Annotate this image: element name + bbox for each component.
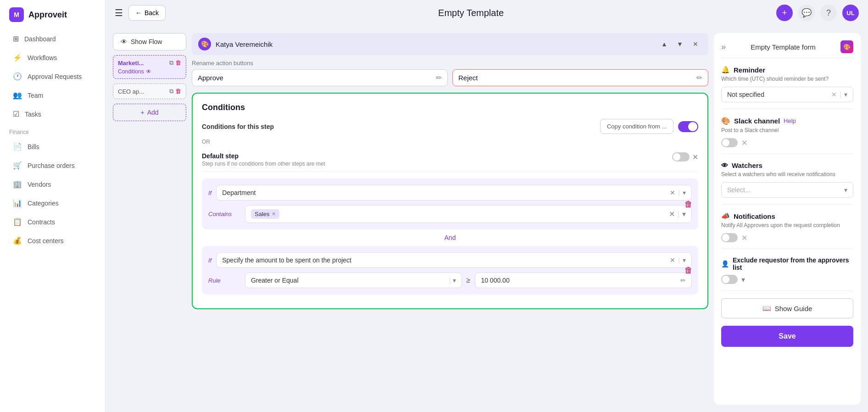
rule-amount[interactable]: 10 000.00 ✏ <box>475 273 692 288</box>
watchers-select[interactable]: Select... ▾ <box>721 182 853 198</box>
default-step: Default step Step runs if no conditions … <box>202 148 698 172</box>
scroll-up-icon[interactable]: ▲ <box>658 38 671 50</box>
condition-field-1[interactable]: Department ✕ | ▾ <box>216 185 692 200</box>
chevron-contains-icon[interactable]: ▾ <box>682 210 686 218</box>
delete-condition-1-button[interactable]: 🗑 <box>684 198 694 210</box>
or-label: OR <box>202 139 698 145</box>
close-icon[interactable]: ✕ <box>689 38 702 50</box>
slack-toggle: ✕ <box>721 138 853 147</box>
template-icon: 🎨 <box>840 40 853 53</box>
sidebar-item-approval-requests[interactable]: 🕐 Approval Requests <box>4 67 101 85</box>
conditions-box: Conditions Conditions for this step Copy… <box>192 93 708 309</box>
slack-toggle-switch[interactable] <box>721 138 738 147</box>
default-step-toggle[interactable] <box>672 152 690 161</box>
hamburger-icon[interactable]: ☰ <box>115 7 123 18</box>
contains-field-1[interactable]: Sales ✕ ✕ | ▾ <box>245 205 692 223</box>
copy-condition-button[interactable]: Copy condition from ... <box>600 119 673 134</box>
chevron-exclude-icon[interactable]: ▾ <box>741 275 745 284</box>
sidebar-item-workflows[interactable]: ⚡ Workflows <box>4 49 101 67</box>
amount-value: 10 000.00 <box>481 277 509 284</box>
add-step-button[interactable]: + Add <box>113 104 186 121</box>
right-panel-title: Empty Template form <box>751 43 815 51</box>
rule-row: Rule Greater or Equal | ▾ ≥ 10 000.00 ✏ <box>208 273 692 288</box>
chevron-down-icon-2[interactable]: ▾ <box>683 256 686 264</box>
and-label: And <box>202 234 698 241</box>
book-icon: 📖 <box>762 304 771 312</box>
back-button[interactable]: ← Back <box>128 5 166 21</box>
show-guide-button[interactable]: 📖 Show Guide <box>721 298 853 318</box>
marketing-step-card[interactable]: Marketi... ⧉ 🗑 Conditions 👁 <box>113 55 186 79</box>
reminder-section: 🔔 Reminder Which time (UTC) should remin… <box>721 66 853 109</box>
clear-icon[interactable]: ✕ <box>670 189 675 196</box>
copy-icon-2[interactable]: ⧉ <box>169 88 173 95</box>
sidebar-item-team[interactable]: 👥 Team <box>4 86 101 104</box>
slack-help-link[interactable]: Help <box>784 117 796 124</box>
sidebar-item-purchase-orders[interactable]: 🛒 Purchase orders <box>4 156 101 174</box>
reminder-value: Not specified <box>727 91 764 98</box>
sidebar-item-bills[interactable]: 📄 Bills <box>4 138 101 156</box>
watchers-title: 👁 Watchers <box>721 161 853 169</box>
chat-button[interactable]: 💬 <box>798 5 815 21</box>
condition-if-row-1: If Department ✕ | ▾ <box>208 185 692 200</box>
close-default-icon[interactable]: ✕ <box>692 153 698 161</box>
sidebar-item-contracts[interactable]: 📋 Contracts <box>4 213 101 231</box>
sidebar-item-tasks[interactable]: ☑ Tasks <box>4 105 101 123</box>
chevron-rule-icon[interactable]: ▾ <box>453 277 456 284</box>
sidebar-item-vendors[interactable]: 🏢 Vendors <box>4 175 101 193</box>
save-button[interactable]: Save <box>721 326 853 347</box>
help-button[interactable]: ? <box>820 5 837 21</box>
close-slack-icon[interactable]: ✕ <box>741 139 747 147</box>
avatar[interactable]: UL <box>842 5 859 21</box>
exclude-toggle[interactable] <box>721 275 738 284</box>
ceo-step-card[interactable]: CEO ap... ⧉ 🗑 <box>113 84 186 99</box>
tag-remove-icon[interactable]: ✕ <box>272 211 276 217</box>
scroll-down-icon[interactable]: ▼ <box>673 38 686 50</box>
reject-input[interactable] <box>458 74 693 82</box>
reminder-select[interactable]: Not specified ✕ | ▾ <box>721 87 853 102</box>
divider: | <box>678 189 680 196</box>
chevron-down-icon[interactable]: ▾ <box>683 189 686 196</box>
chevron-reminder-icon[interactable]: ▾ <box>844 91 847 98</box>
add-button[interactable]: + <box>776 5 793 21</box>
condition-field-2[interactable]: Specify the amount to be spent on the pr… <box>216 252 692 268</box>
ceo-step-title: CEO ap... <box>118 88 144 95</box>
eye-small-icon: 👁 <box>146 68 151 75</box>
delete-icon[interactable]: 🗑 <box>175 59 181 67</box>
bills-icon: 📄 <box>13 142 22 151</box>
dashboard-icon: ⊞ <box>13 34 19 43</box>
close-notifications-icon[interactable]: ✕ <box>741 234 747 242</box>
app-name: Approveit <box>28 10 67 20</box>
reject-input-wrap: ✏ <box>452 69 708 86</box>
clear-icon-2[interactable]: ✕ <box>670 256 675 264</box>
if-label-2: If <box>208 257 211 264</box>
default-step-title: Default step <box>202 152 325 160</box>
rule-value: Greater or Equal <box>251 277 299 284</box>
edit-icon[interactable]: ✏ <box>436 73 442 82</box>
conditions-toggle[interactable] <box>678 121 698 132</box>
contains-actions: ✕ | ▾ <box>669 210 686 218</box>
person-icon: 👤 <box>721 260 729 267</box>
clear-contains-icon[interactable]: ✕ <box>669 210 675 218</box>
assignee-actions: ▲ ▼ ✕ <box>658 38 702 50</box>
expand-icon[interactable]: » <box>721 42 726 52</box>
notifications-toggle-switch[interactable] <box>721 233 738 242</box>
purchase-orders-icon: 🛒 <box>13 161 22 170</box>
sidebar-item-cost-centers[interactable]: 💰 Cost centers <box>4 232 101 250</box>
sidebar-item-dashboard[interactable]: ⊞ Dashboard <box>4 30 101 48</box>
delete-condition-2-button[interactable]: 🗑 <box>684 265 694 276</box>
app-logo: M <box>9 7 24 22</box>
notifications-label: Notifications <box>734 212 775 220</box>
delete-icon-2[interactable]: 🗑 <box>175 88 181 95</box>
approve-input[interactable] <box>198 74 432 82</box>
chevron-watchers-icon[interactable]: ▾ <box>844 186 847 194</box>
center-panel: 🎨 Katya Veremeichik ▲ ▼ ✕ Rename action … <box>192 33 708 405</box>
clear-reminder-icon[interactable]: ✕ <box>831 91 837 98</box>
tasks-icon: ☑ <box>13 110 19 118</box>
edit-amount-icon[interactable]: ✏ <box>680 277 686 284</box>
conditions-sub[interactable]: Conditions 👁 <box>118 68 181 75</box>
edit-icon-2[interactable]: ✏ <box>696 73 702 82</box>
copy-icon[interactable]: ⧉ <box>169 59 173 67</box>
rule-select[interactable]: Greater or Equal | ▾ <box>245 273 462 288</box>
show-flow-button[interactable]: 👁 Show Flow <box>113 33 186 50</box>
sidebar-item-categories[interactable]: 📊 Categories <box>4 194 101 212</box>
